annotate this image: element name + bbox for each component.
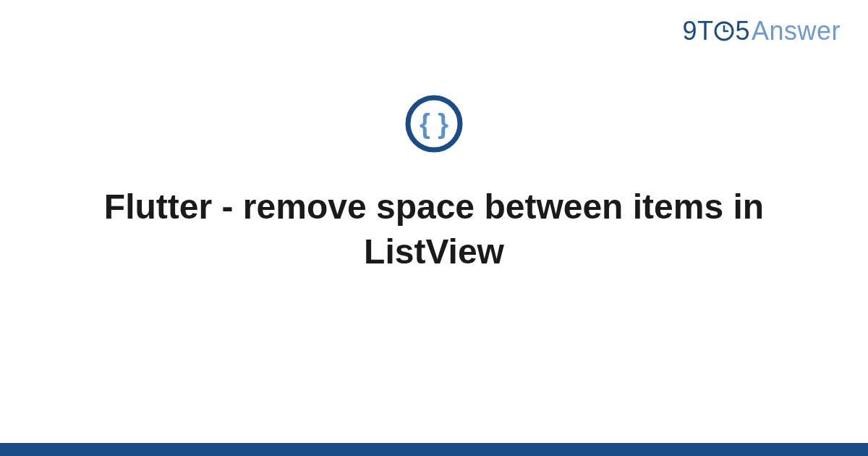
bottom-accent-bar <box>0 443 868 456</box>
code-braces-icon: { } <box>404 94 464 153</box>
logo-nine: 9 <box>682 16 697 46</box>
logo-t: T <box>697 16 714 46</box>
svg-text:{ }: { } <box>420 109 448 139</box>
site-logo: 9 T 5 Answer <box>682 16 841 46</box>
page-title: Flutter - remove space between items in … <box>0 185 868 275</box>
logo-answer: Answer <box>752 16 841 46</box>
logo-five: 5 <box>735 16 750 46</box>
logo-clock-icon <box>714 21 734 41</box>
